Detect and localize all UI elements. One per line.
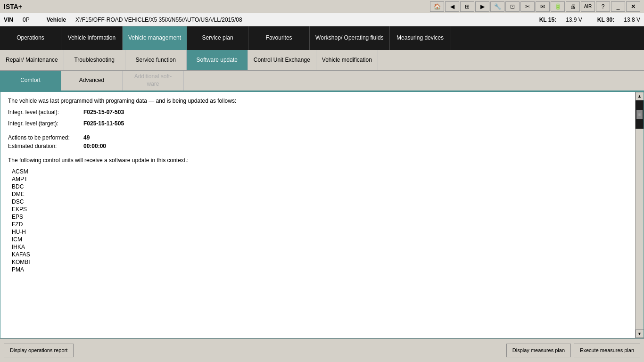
actions-row: Actions to be performed: 49 xyxy=(8,134,627,141)
home-icon[interactable]: 🏠 xyxy=(430,1,444,12)
sub-vehicle-mod[interactable]: Vehicle modification xyxy=(316,50,378,70)
battery-icon[interactable]: 🔋 xyxy=(551,1,565,12)
content-inner: The vehicle was last programmed with pro… xyxy=(0,92,635,338)
vin-value: 0P xyxy=(23,16,30,23)
main-nav: Operations Vehicle information Vehicle m… xyxy=(0,26,644,50)
control-unit-item: BDC xyxy=(8,183,627,190)
scroll-up-btn[interactable]: ▲ xyxy=(636,92,644,100)
scroll-grip: ≡ xyxy=(636,110,643,119)
forward-icon[interactable]: ▶ xyxy=(475,1,489,12)
nav-operations[interactable]: Operations xyxy=(0,26,61,50)
control-unit-item: HU-H xyxy=(8,229,627,235)
duration-label: Estimated duration: xyxy=(8,143,83,149)
vin-label: VIN xyxy=(4,16,13,23)
integr-actual-value: F025-15-07-503 xyxy=(83,109,124,115)
control-unit-item: IHKA xyxy=(8,244,627,250)
integr-target-value: F025-15-11-505 xyxy=(83,120,124,127)
sub-control-unit[interactable]: Control Unit Exchange xyxy=(248,50,316,70)
vehicle-label: Vehicle xyxy=(47,16,66,23)
control-unit-item: DSC xyxy=(8,198,627,205)
back-icon[interactable]: ◀ xyxy=(445,1,459,12)
titlebar: ISTA+ 🏠 ◀ ⊞ ▶ 🔧 ⊡ ✂ ✉ 🔋 🖨 AIR ? _ ✕ xyxy=(0,0,644,13)
integr-actual-label: Integr. level (actual): xyxy=(8,109,83,115)
context-text: The following control units will receive… xyxy=(8,157,627,164)
nav-measuring[interactable]: Measuring devices xyxy=(390,26,451,50)
sub-troubleshooting[interactable]: Troubleshooting xyxy=(64,50,125,70)
wrench-icon[interactable]: 🔧 xyxy=(490,1,504,12)
display-operations-report-button[interactable]: Display operations report xyxy=(4,344,74,357)
kl15-label: KL 15: xyxy=(539,16,556,23)
control-unit-item: FZD xyxy=(8,221,627,228)
control-unit-item: ACSM xyxy=(8,168,627,175)
integr-target-row: Integr. level (target): F025-15-11-505 xyxy=(8,120,627,127)
sub2-additional: Additional soft-ware xyxy=(123,71,184,90)
vinbar-left: VIN 0P Vehicle X'/F15/OFF-ROAD VEHICLE/X… xyxy=(4,16,242,23)
control-unit-item: DME xyxy=(8,191,627,197)
scroll-down-btn[interactable]: ▼ xyxy=(636,329,644,338)
help-icon[interactable]: ? xyxy=(596,1,610,12)
close-icon[interactable]: ✕ xyxy=(626,1,640,12)
sub-repair[interactable]: Repair/ Maintenance xyxy=(0,50,64,70)
nav-workshop[interactable]: Workshop/ Operating fluids xyxy=(310,26,390,50)
nav-favourites[interactable]: Favourites xyxy=(248,26,310,50)
integr-target-label: Integr. level (target): xyxy=(8,120,83,127)
actions-value: 49 xyxy=(83,134,90,141)
actions-label: Actions to be performed: xyxy=(8,134,83,141)
print-icon[interactable]: 🖨 xyxy=(566,1,580,12)
mail-icon[interactable]: ✉ xyxy=(536,1,550,12)
bottom-bar: Display operations report Display measur… xyxy=(0,338,644,362)
nav-service-plan[interactable]: Service plan xyxy=(187,26,248,50)
nav-vehicle-info[interactable]: Vehicle information xyxy=(61,26,123,50)
control-unit-item: KOMBI xyxy=(8,259,627,265)
sub2-comfort[interactable]: Comfort xyxy=(0,71,61,90)
subnav1: Repair/ Maintenance Troubleshooting Serv… xyxy=(0,50,644,71)
intro-text: The vehicle was last programmed with pro… xyxy=(8,98,627,104)
nav-vehicle-management[interactable]: Vehicle management xyxy=(123,26,187,50)
sub-service-function[interactable]: Service function xyxy=(125,50,187,70)
kl30-value: 13.8 V xyxy=(624,16,640,23)
control-unit-item: KAFAS xyxy=(8,251,627,258)
titlebar-icons: 🏠 ◀ ⊞ ▶ 🔧 ⊡ ✂ ✉ 🔋 🖨 AIR ? _ ✕ xyxy=(430,1,640,12)
bottom-right-buttons: Display measures plan Execute measures p… xyxy=(506,344,640,357)
scan-icon[interactable]: ⊡ xyxy=(505,1,520,12)
duration-value: 00:00:00 xyxy=(83,143,106,149)
kl15-value: 13.9 V xyxy=(566,16,582,23)
kl30-label: KL 30: xyxy=(597,16,614,23)
subnav2: Comfort Advanced Additional soft-ware xyxy=(0,71,644,91)
scroll-thumb[interactable]: ≡ xyxy=(636,100,644,129)
app-title: ISTA+ xyxy=(4,3,22,10)
control-unit-item: PMA xyxy=(8,266,627,273)
execute-measures-plan-button[interactable]: Execute measures plan xyxy=(574,344,640,357)
vehicle-value: X'/F15/OFF-ROAD VEHICLE/X5 35iX/N55/AUTO… xyxy=(75,16,242,23)
minimize-icon[interactable]: _ xyxy=(611,1,625,12)
grid-icon[interactable]: ⊞ xyxy=(460,1,474,12)
vinbar: VIN 0P Vehicle X'/F15/OFF-ROAD VEHICLE/X… xyxy=(0,13,644,26)
control-unit-item: EKPS xyxy=(8,206,627,213)
air-icon[interactable]: AIR xyxy=(581,1,595,12)
duration-row: Estimated duration: 00:00:00 xyxy=(8,143,627,149)
sub-software-update[interactable]: Software update xyxy=(187,50,248,70)
scroll-track: ≡ xyxy=(636,100,644,329)
display-measures-plan-button[interactable]: Display measures plan xyxy=(506,344,571,357)
control-unit-item: AMPT xyxy=(8,176,627,182)
integr-actual-row: Integr. level (actual): F025-15-07-503 xyxy=(8,109,627,115)
control-unit-item: ICM xyxy=(8,236,627,243)
scissors-icon[interactable]: ✂ xyxy=(520,1,535,12)
content-area: The vehicle was last programmed with pro… xyxy=(0,91,644,338)
control-unit-item: EPS xyxy=(8,214,627,220)
scrollbar[interactable]: ▲ ≡ ▼ xyxy=(635,92,644,338)
sub2-advanced[interactable]: Advanced xyxy=(61,71,123,90)
vinbar-right: KL 15: 13.9 V KL 30: 13.8 V xyxy=(539,16,640,23)
control-units-list: ACSMAMPTBDCDMEDSCEKPSEPSFZDHU-HICMIHKAKA… xyxy=(8,168,627,273)
